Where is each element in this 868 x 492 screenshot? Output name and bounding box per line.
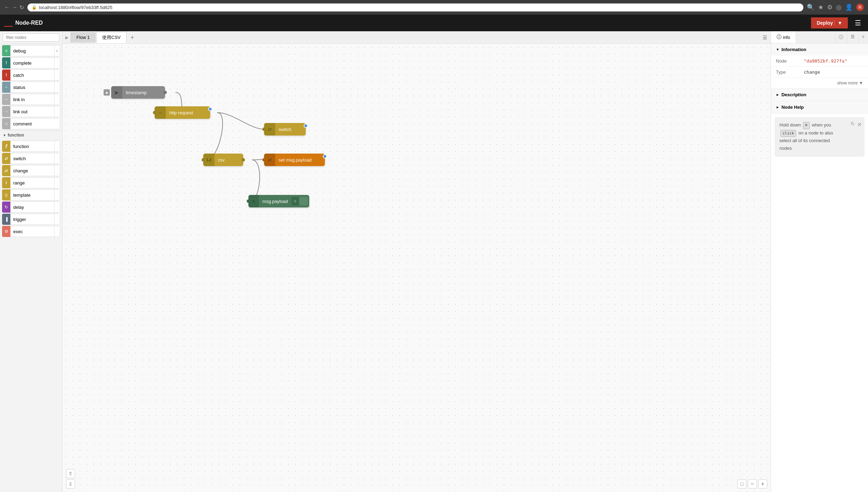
filter-input[interactable]	[3, 33, 59, 42]
reload-button[interactable]: ↻	[19, 4, 24, 11]
node-range[interactable]: i range	[2, 177, 60, 188]
info-label-node: Node	[776, 58, 804, 64]
node-delay[interactable]: ↻ delay	[2, 202, 60, 213]
deploy-arrow[interactable]: ▼	[834, 20, 842, 26]
switch-port	[55, 153, 60, 164]
node-status[interactable]: ~ status	[2, 82, 60, 93]
node-link-out[interactable]: → link out	[2, 106, 60, 117]
hamburger-menu[interactable]: ☰	[852, 17, 864, 28]
zoom-vertical-controls: ⇧ ⇩	[66, 469, 75, 489]
section-node-help: ► Node Help	[771, 101, 868, 114]
template-port	[55, 189, 60, 200]
add-tab-button[interactable]: +	[127, 33, 137, 42]
node-comment[interactable]: ○ comment	[2, 118, 60, 129]
status-icon: ~	[2, 82, 10, 93]
link-in-icon: →	[2, 94, 10, 105]
section-information-label: Information	[781, 47, 806, 52]
catch-port	[55, 69, 60, 81]
section-description-header[interactable]: ► Description	[771, 89, 868, 101]
tab-flow1[interactable]: Flow 1	[71, 32, 96, 42]
hint-close-btn[interactable]: ✕	[857, 120, 862, 129]
debug-icon: ≡	[2, 45, 10, 56]
section-information-header[interactable]: ▼ Information	[771, 43, 868, 56]
trigger-port	[55, 214, 60, 225]
section-node-help-chevron: ►	[776, 105, 779, 109]
node-csv[interactable]: 1.2 csv	[203, 154, 243, 166]
flow-play-btn[interactable]: ▶	[64, 35, 70, 40]
zoom-fit-btn[interactable]: □	[737, 479, 746, 489]
switch-port-left	[262, 128, 266, 131]
node-switch[interactable]: ⇄ switch	[2, 153, 60, 164]
show-more-chevron: ▼	[859, 81, 863, 85]
debug-port: ≡	[55, 45, 60, 56]
tab-flow1-label: Flow 1	[76, 35, 90, 40]
section-chevron-function: ▼	[3, 133, 6, 137]
msg-toggle[interactable]	[300, 197, 308, 205]
header: ⎯⎯ Node-RED Deploy ▼ ☰	[0, 15, 868, 31]
node-switch[interactable]: ⇄ switch	[264, 123, 306, 136]
section-description: ► Description	[771, 89, 868, 101]
link-out-label: link out	[10, 106, 55, 117]
hint-refresh-btn[interactable]: ↻	[851, 120, 855, 128]
account-icon[interactable]: 👤	[845, 3, 853, 11]
zoom-minus-btn[interactable]: −	[748, 479, 757, 489]
trigger-label: trigger	[10, 214, 55, 225]
rp-tab-info[interactable]: ⓘ info	[771, 31, 796, 43]
http-port-left	[153, 111, 156, 114]
link-out-port	[55, 106, 60, 117]
section-function[interactable]: ▼ function	[0, 130, 62, 140]
profile-icon[interactable]: R	[856, 3, 864, 11]
node-link-in[interactable]: → link in	[2, 94, 60, 105]
section-node-help-header[interactable]: ► Node Help	[771, 101, 868, 113]
search-icon[interactable]: 🔍	[807, 3, 814, 11]
tab-csv[interactable]: 使用CSV	[96, 32, 126, 43]
rp-action-extra[interactable]: ▿	[858, 31, 868, 43]
node-http-request[interactable]: → http request	[155, 106, 210, 119]
node-msg-payload[interactable]: ≡ msg.payload ≡	[248, 195, 309, 207]
zoom-down-btn[interactable]: ⇩	[66, 479, 75, 489]
template-icon: {}	[2, 189, 10, 200]
logo: ⎯⎯ Node-RED	[4, 19, 43, 27]
zoom-up-btn[interactable]: ⇧	[66, 469, 75, 478]
hint-click: click	[780, 130, 796, 137]
back-button[interactable]: ←	[4, 4, 10, 10]
flow-canvas[interactable]: ■ ▶ timestamp → http request	[63, 44, 771, 492]
hint-text4: on a node to also	[799, 130, 833, 136]
node-set-msg-payload[interactable]: ⇄ set msg.payload	[264, 154, 325, 166]
info-row-node: Node "da9052bf.927fa"	[771, 56, 868, 67]
function-label: function	[10, 141, 55, 152]
zoom-plus-btn[interactable]: +	[758, 479, 767, 489]
show-more-btn[interactable]: show more ▼	[771, 78, 868, 88]
tab-list-button[interactable]: ☰	[761, 34, 769, 41]
right-panel-content: ▼ Information Node "da9052bf.927fa" Type…	[771, 43, 868, 492]
bookmark-icon[interactable]: ★	[818, 3, 824, 11]
node-timestamp[interactable]: ■ ▶ timestamp	[111, 86, 165, 99]
sync-icon[interactable]: ◎	[836, 3, 842, 11]
rp-action-settings[interactable]: ☰	[847, 31, 858, 43]
timestamp-port-right	[163, 91, 167, 94]
hint-text1: Hold down	[779, 122, 801, 128]
forward-button[interactable]: →	[12, 4, 17, 10]
range-label: range	[10, 177, 55, 188]
node-debug[interactable]: ≡ debug ≡	[2, 45, 60, 56]
node-complete[interactable]: ! complete	[2, 57, 60, 68]
rp-action-info[interactable]: ⓘ	[835, 31, 847, 43]
node-catch[interactable]: ! catch	[2, 69, 60, 81]
node-trigger[interactable]: ▐ trigger	[2, 214, 60, 225]
address-bar[interactable]: 🔒 localhost:1880/#flow/97eb33ff.5d825	[27, 3, 803, 11]
node-change[interactable]: ⇄ change	[2, 165, 60, 176]
deploy-label: Deploy	[817, 20, 833, 26]
node-template[interactable]: {} template	[2, 189, 60, 200]
node-function[interactable]: f function	[2, 141, 60, 152]
set-label: set msg.payload	[275, 157, 325, 163]
section-function-label: function	[8, 133, 24, 138]
complete-port	[55, 57, 60, 68]
node-exec[interactable]: ⚙ exec	[2, 226, 60, 237]
extension-icon[interactable]: ⚙	[827, 3, 833, 11]
deploy-button[interactable]: Deploy ▼	[811, 17, 848, 28]
timestamp-node-icon: ▶	[111, 86, 122, 99]
hint-text5: select all of its connected	[779, 138, 830, 143]
change-icon: ⇄	[2, 165, 10, 176]
range-port	[55, 177, 60, 188]
range-icon: i	[2, 177, 10, 188]
